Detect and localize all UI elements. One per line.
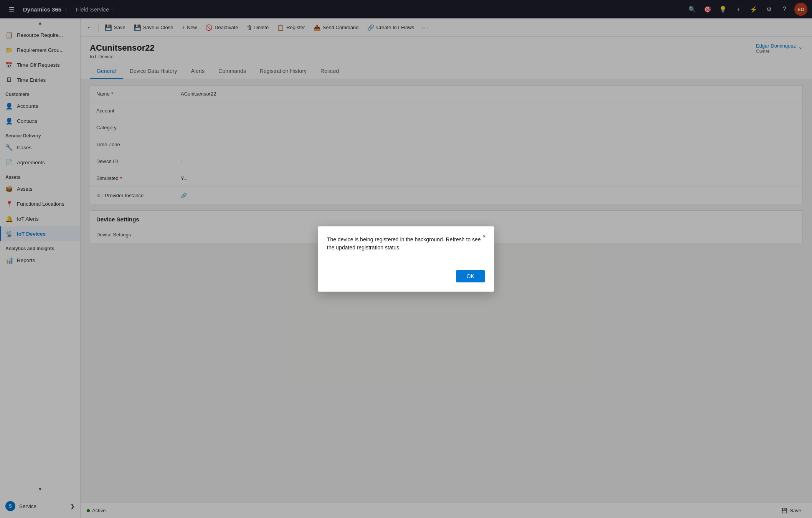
dialog-overlay[interactable]: × The device is being registered in the … (0, 0, 812, 518)
dialog-ok-button[interactable]: OK (456, 270, 485, 282)
dialog-actions: OK (327, 270, 485, 282)
dialog-close-button[interactable]: × (479, 231, 490, 242)
dialog-message: The device is being registered in the ba… (327, 236, 485, 252)
dialog-close-icon: × (482, 233, 486, 240)
dialog: × The device is being registered in the … (318, 226, 494, 292)
